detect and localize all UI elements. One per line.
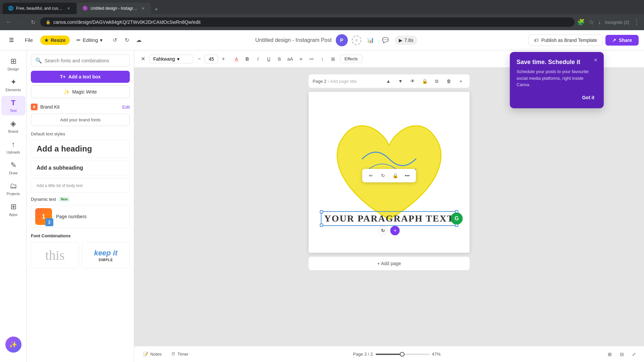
case-button[interactable]: aA [285, 54, 295, 64]
draw-label: Draw [9, 171, 18, 175]
edit-brand-kit-button[interactable]: Edit [122, 105, 130, 110]
sidebar-item-apps[interactable]: ⊞ Apps [1, 200, 25, 219]
font-color-button[interactable]: A [231, 54, 241, 64]
resize-button[interactable]: ★ Resize [40, 36, 69, 45]
list-view-button[interactable]: ⊟ [617, 350, 627, 359]
analytics-button[interactable]: 📊 [365, 35, 376, 46]
comments-button[interactable]: 💬 [380, 35, 391, 46]
selection-handle-bl[interactable] [320, 224, 323, 227]
font-combo-card-1[interactable]: this [31, 242, 79, 268]
search-icon: 🔍 [35, 57, 42, 64]
effects-button[interactable]: Effects [340, 55, 362, 63]
undo-button[interactable]: ↺ [109, 35, 120, 46]
notification-got-it-button[interactable]: Got it [579, 94, 597, 102]
search-box: 🔍 [31, 54, 130, 67]
float-more-button[interactable]: ••• [402, 171, 412, 180]
uploads-label: Uploads [6, 150, 20, 154]
page-title-placeholder[interactable]: Add page title [330, 79, 357, 84]
editing-button[interactable]: ✏ Editing ▾ [72, 35, 107, 45]
sidebar-item-projects[interactable]: 🗂 Projects [1, 179, 25, 198]
search-input[interactable] [45, 58, 125, 63]
undo-redo: ↺ ↻ ☁ [109, 35, 144, 46]
expand-button[interactable]: + [390, 226, 400, 235]
address-bar[interactable]: 🔒 canva.com/design/DAGVwk84gKQ/2TWv0K2Dr… [40, 17, 575, 27]
page-down-button[interactable]: ▼ [396, 76, 405, 86]
magic-ai-button[interactable]: ✨ [5, 337, 21, 353]
extensions-icon[interactable]: 🧩 [577, 18, 585, 26]
sidebar-item-elements[interactable]: ✦ Elements [1, 75, 25, 95]
add-page-button[interactable]: + Add page [309, 257, 470, 270]
page-view-button[interactable]: 👁 [408, 76, 417, 86]
cloud-save-button[interactable]: ☁ [133, 35, 144, 46]
subheading-style-item[interactable]: Add a subheading [31, 161, 130, 175]
notification-close-button[interactable]: ✕ [592, 56, 600, 64]
float-rotate-button[interactable]: ↻ [378, 171, 388, 180]
share-button[interactable]: ↗ Share [605, 35, 639, 46]
zoom-thumb[interactable] [400, 352, 405, 357]
page-lock-button[interactable]: 🔒 [420, 76, 429, 86]
font-selector[interactable]: Fahkwang ▾ [150, 55, 193, 63]
grid-button[interactable]: ⊞ [328, 54, 338, 64]
float-lock-button[interactable]: 🔒 [390, 171, 400, 180]
heading-style-item[interactable]: Add a heading [31, 140, 130, 158]
bottom-left: 📝 Notes ⏱ Timer [140, 350, 192, 358]
list-button[interactable]: ≔ [307, 54, 317, 64]
strikethrough-button[interactable]: S [274, 54, 284, 64]
fullscreen-button[interactable]: ⤢ [629, 350, 639, 359]
align-button[interactable]: ≡ [296, 54, 306, 64]
publish-button[interactable]: 🏷 Publish as Brand Template [528, 35, 603, 46]
tab1-close[interactable]: ✕ [66, 6, 71, 11]
timer-button[interactable]: ⏱ Timer [168, 350, 192, 358]
page-copy-button[interactable]: ⧉ [432, 76, 441, 86]
new-tab-button[interactable]: + [152, 5, 161, 14]
add-text-box-button[interactable]: T+ Add a text box [31, 71, 130, 83]
share-label: Share [619, 38, 632, 43]
float-pencil-button[interactable]: ✏ [366, 171, 376, 180]
grammarly-button[interactable]: G [450, 213, 463, 225]
back-button[interactable]: ← [4, 17, 13, 27]
bookmark-icon[interactable]: ☆ [589, 18, 594, 26]
hamburger-button[interactable]: ☰ [5, 34, 17, 46]
browser-tab-1[interactable]: 🌐 Free, beautiful, and customizab... ✕ [3, 3, 76, 14]
font-size-decrease[interactable]: − [195, 55, 203, 63]
sidebar-item-brand[interactable]: ◈ Brand [1, 117, 25, 136]
add-collaborator-button[interactable]: + [352, 36, 361, 45]
italic-button[interactable]: I [253, 54, 263, 64]
tab2-close[interactable]: ✕ [140, 6, 146, 11]
menu-dots-icon[interactable]: ⋮ [633, 18, 640, 26]
zoom-track[interactable] [376, 354, 429, 355]
play-button[interactable]: ▶ 7.8s [395, 36, 417, 45]
font-combo-card-2[interactable]: keep it SIMPLE [82, 242, 130, 268]
body-style-item[interactable]: Add a little bit of body text [31, 178, 130, 193]
page-more-button[interactable]: + [456, 76, 466, 86]
download-icon[interactable]: ↓ [598, 19, 601, 26]
sidebar-item-design[interactable]: ⊞ Design [1, 54, 25, 74]
notification-popup: ✕ Save time. Schedule it Schedule your p… [510, 52, 604, 108]
file-button[interactable]: File [20, 35, 38, 45]
rotate-button[interactable]: ↻ [378, 226, 388, 235]
canvas-page[interactable]: YOUR PARAGRAPH TEXT G ↻ + [309, 92, 470, 253]
bold-button[interactable]: B [242, 54, 252, 64]
sidebar-item-text[interactable]: T Text [1, 96, 25, 115]
sidebar-item-draw[interactable]: ✎ Draw [1, 158, 25, 178]
underline-button[interactable]: U [264, 54, 274, 64]
selection-handle-tl[interactable] [320, 210, 323, 214]
chevron-down-icon: ▾ [100, 37, 103, 43]
selected-text-box[interactable]: YOUR PARAGRAPH TEXT G ↻ + [321, 211, 458, 226]
page-up-button[interactable]: ▲ [384, 76, 393, 86]
font-size-value[interactable]: 45 [205, 55, 218, 63]
magic-write-button[interactable]: ✨ Magic Write [31, 85, 130, 98]
forward-button[interactable]: → [16, 17, 25, 27]
grid-view-button[interactable]: ⊞ [605, 350, 614, 359]
browser-tab-2[interactable]: 🟣 Untitled design - Instagram Po... ✕ [77, 3, 151, 14]
page-delete-button[interactable]: 🗑 [444, 76, 453, 86]
refresh-button[interactable]: ↻ [28, 17, 38, 27]
close-panel-button[interactable]: ✕ [138, 54, 148, 64]
notes-button[interactable]: 📝 Notes [140, 350, 165, 358]
redo-button[interactable]: ↻ [121, 35, 132, 46]
sidebar-item-uploads[interactable]: ↑ Uploads [1, 137, 25, 157]
add-brand-fonts-button[interactable]: Add your brand fonts [31, 114, 130, 126]
font-size-increase[interactable]: + [219, 55, 227, 63]
spacing-button[interactable]: ↕ [317, 54, 327, 64]
page-numbers-card[interactable]: 1 2 Page numbers [31, 205, 130, 228]
